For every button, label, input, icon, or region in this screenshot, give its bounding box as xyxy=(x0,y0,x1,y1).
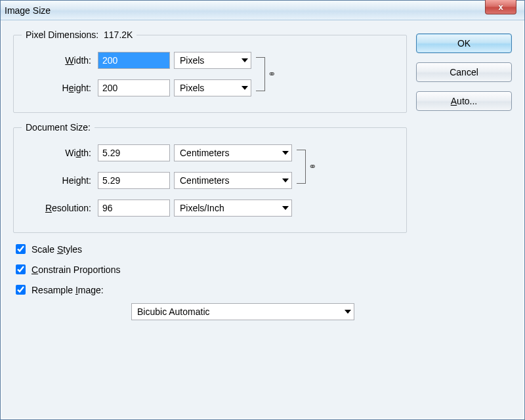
document-size-group: Document Size: Width: Centimeters H xyxy=(13,122,407,233)
pixel-height-label: Height: xyxy=(22,83,94,93)
pixel-link-bracket: ⚭ xyxy=(254,57,278,91)
pixel-height-input[interactable] xyxy=(98,79,170,96)
constrain-row: Constrain Proportions xyxy=(13,262,407,276)
pixel-width-row: Width: Pixels xyxy=(22,52,251,69)
pixel-dimensions-legend: Pixel Dimensions: 117.2K xyxy=(22,30,136,40)
chevron-down-icon xyxy=(242,86,248,90)
right-column: OK Cancel Auto... xyxy=(416,30,512,412)
document-size-legend: Document Size: xyxy=(22,122,94,133)
constrain-label: Constrain Proportions xyxy=(32,264,120,275)
image-size-dialog: Image Size x Pixel Dimensions: 117.2K Wi… xyxy=(0,0,525,420)
resample-image-checkbox[interactable] xyxy=(16,285,26,295)
pixel-dimensions-label: Pixel Dimensions: xyxy=(26,30,98,40)
resolution-label: Resolution: xyxy=(22,203,94,213)
pixel-width-label: Width: xyxy=(22,55,94,66)
doc-width-label: Width: xyxy=(22,148,94,158)
link-icon: ⚭ xyxy=(308,161,317,173)
doc-link-bracket: ⚭ xyxy=(295,150,318,184)
resample-method-dropdown[interactable]: Bicubic Automatic xyxy=(131,303,354,320)
resolution-unit-dropdown[interactable]: Pixels/Inch xyxy=(174,200,292,217)
doc-height-label: Height: xyxy=(22,175,94,186)
close-icon: x xyxy=(498,2,503,12)
pixel-dimensions-group: Pixel Dimensions: 117.2K Width: Pixels xyxy=(13,30,407,113)
scale-styles-checkbox[interactable] xyxy=(16,244,26,254)
close-button[interactable]: x xyxy=(485,0,516,14)
chevron-down-icon xyxy=(242,58,248,62)
titlebar[interactable]: Image Size x xyxy=(1,1,524,20)
left-column: Pixel Dimensions: 117.2K Width: Pixels xyxy=(13,30,407,412)
doc-height-row: Height: Centimeters xyxy=(22,172,292,189)
doc-height-unit-value: Centimeters xyxy=(180,175,229,186)
doc-width-input[interactable] xyxy=(98,144,170,161)
resolution-input[interactable] xyxy=(98,200,170,217)
cancel-button[interactable]: Cancel xyxy=(416,62,512,82)
pixel-height-row: Height: Pixels xyxy=(22,79,251,96)
pixel-width-input[interactable] xyxy=(98,52,170,69)
auto-button[interactable]: Auto... xyxy=(416,91,512,111)
resolution-row: Resolution: Pixels/Inch xyxy=(22,200,398,217)
pixel-height-unit-dropdown[interactable]: Pixels xyxy=(174,79,251,96)
pixel-height-unit-value: Pixels xyxy=(180,83,204,93)
resample-label: Resample Image: xyxy=(32,285,104,295)
chevron-down-icon xyxy=(282,206,289,210)
window-title: Image Size xyxy=(5,5,51,16)
ok-button[interactable]: OK xyxy=(416,33,512,53)
resample-method-value: Bicubic Automatic xyxy=(137,306,210,317)
link-icon: ⚭ xyxy=(268,68,276,80)
dialog-content: Pixel Dimensions: 117.2K Width: Pixels xyxy=(1,20,524,419)
scale-styles-row: Scale Styles xyxy=(13,242,407,256)
pixel-dimensions-size: 117.2K xyxy=(104,30,133,40)
doc-height-unit-dropdown[interactable]: Centimeters xyxy=(174,172,292,189)
doc-width-unit-value: Centimeters xyxy=(180,148,229,158)
pixel-width-unit-dropdown[interactable]: Pixels xyxy=(174,52,251,69)
chevron-down-icon xyxy=(345,310,351,314)
resample-row: Resample Image: xyxy=(13,283,407,297)
chevron-down-icon xyxy=(282,178,289,182)
doc-width-row: Width: Centimeters xyxy=(22,144,292,161)
doc-height-input[interactable] xyxy=(98,172,170,189)
constrain-proportions-checkbox[interactable] xyxy=(16,264,26,274)
scale-styles-label: Scale Styles xyxy=(32,244,82,255)
chevron-down-icon xyxy=(282,151,289,155)
doc-width-unit-dropdown[interactable]: Centimeters xyxy=(174,144,292,161)
resolution-unit-value: Pixels/Inch xyxy=(180,203,224,213)
pixel-width-unit-value: Pixels xyxy=(180,55,204,66)
